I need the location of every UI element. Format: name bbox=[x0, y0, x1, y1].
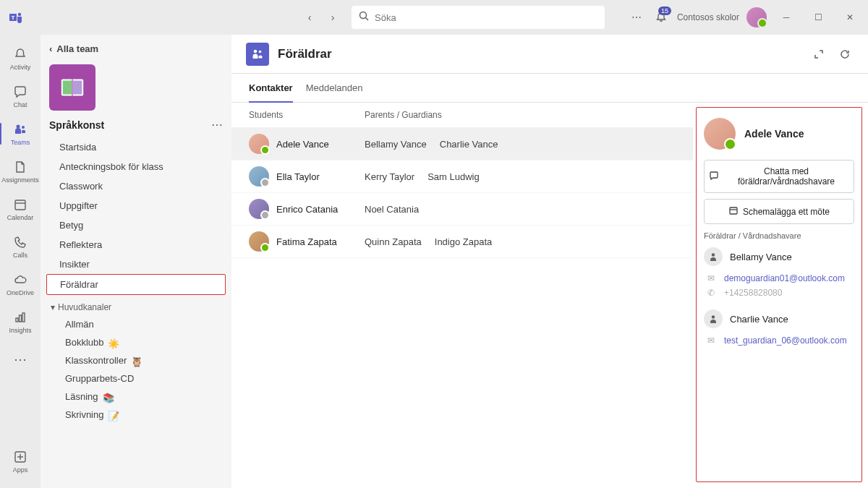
nav-insights[interactable]: Insikter bbox=[46, 254, 226, 274]
svg-rect-11 bbox=[22, 313, 25, 322]
guardian-name: Charlie Vance bbox=[730, 314, 788, 325]
channel-groupwork[interactable]: Grupparbets-CD bbox=[46, 369, 226, 388]
rail-label: Calendar bbox=[7, 214, 34, 221]
table-row[interactable]: Fatima Zapata Quinn ZapataIndigo Zapata bbox=[231, 226, 693, 258]
channels-header[interactable]: ▾ Huvudkanaler bbox=[46, 295, 226, 315]
org-name[interactable]: Contosos skolor bbox=[677, 12, 739, 22]
nav-grades[interactable]: Betyg bbox=[46, 215, 226, 235]
nav-parents[interactable]: Föräldrar bbox=[46, 274, 226, 295]
col-guardians: Parents / Guardians bbox=[365, 110, 676, 120]
mail-icon: ✉ bbox=[705, 273, 717, 283]
more-icon[interactable]: ⋯ bbox=[628, 9, 645, 26]
tab-contacts[interactable]: Kontakter bbox=[249, 74, 293, 102]
search-input[interactable] bbox=[375, 12, 597, 23]
chevron-left-icon: ‹ bbox=[49, 43, 52, 54]
guardian-name: Bellamy Vance bbox=[365, 139, 427, 150]
rail-onedrive[interactable]: OneDrive bbox=[0, 266, 41, 302]
search-box[interactable] bbox=[352, 6, 605, 29]
chat-icon bbox=[12, 84, 28, 100]
student-avatar bbox=[249, 231, 269, 252]
table-row[interactable]: Adele Vance Bellamy VanceCharlie Vance bbox=[231, 128, 693, 160]
student-avatar bbox=[249, 166, 269, 187]
svg-point-20 bbox=[259, 50, 262, 53]
tabs: Kontakter Meddelanden bbox=[231, 74, 868, 103]
svg-rect-10 bbox=[20, 315, 22, 322]
svg-point-6 bbox=[22, 126, 25, 129]
person-icon bbox=[704, 309, 723, 328]
notifications-icon[interactable]: 15 bbox=[652, 9, 670, 26]
phone-icon: ✆ bbox=[705, 288, 717, 298]
apps-icon bbox=[12, 449, 28, 465]
svg-point-19 bbox=[254, 49, 258, 53]
memo-icon: 📝 bbox=[108, 411, 116, 419]
svg-rect-21 bbox=[730, 207, 737, 214]
button-label: Schemalägga ett möte bbox=[743, 207, 830, 217]
expand-icon[interactable] bbox=[810, 46, 827, 63]
chevron-down-icon: ▾ bbox=[51, 302, 55, 312]
rail-activity[interactable]: Activity bbox=[0, 40, 41, 77]
guardian-name: Kerry Taylor bbox=[365, 171, 414, 182]
guardian-name: Sam Ludwig bbox=[427, 171, 480, 182]
titlebar: T ‹ › ⋯ 15 Contosos skolor ─ ☐ ✕ bbox=[0, 0, 868, 35]
phone-icon bbox=[12, 234, 28, 250]
forward-button[interactable]: › bbox=[323, 7, 343, 27]
nav-reflect[interactable]: Reflektera bbox=[46, 235, 226, 254]
contacts-table: Students Parents / Guardians Adele Vance… bbox=[231, 103, 693, 488]
rail-calls[interactable]: Calls bbox=[0, 228, 41, 265]
svg-point-5 bbox=[17, 125, 20, 129]
app-rail: Activity Chat Teams Assignments Calendar… bbox=[0, 35, 41, 488]
team-more-icon[interactable]: ⋯ bbox=[211, 118, 223, 132]
guardian-email[interactable]: ✉test_guardian_06@outlook.com bbox=[705, 335, 854, 346]
guardian-name: Indigo Zapata bbox=[435, 236, 493, 247]
books-icon: 📚 bbox=[103, 393, 111, 401]
rail-label: Chat bbox=[13, 101, 27, 108]
guardian-phone[interactable]: ✆+14258828080 bbox=[705, 288, 854, 298]
rail-calendar[interactable]: Calendar bbox=[0, 191, 41, 227]
channel-reading[interactable]: Läsning📚 bbox=[46, 388, 226, 406]
guardian-block: Charlie Vance ✉test_guardian_06@outlook.… bbox=[704, 309, 854, 346]
table-row[interactable]: Enrico Catania Noel Catania bbox=[231, 193, 693, 226]
schedule-meeting-button[interactable]: Schemalägga ett möte bbox=[704, 199, 854, 224]
teams-logo-icon: T bbox=[6, 7, 26, 27]
all-teams-label: Alla team bbox=[56, 43, 98, 54]
channel-bookclub[interactable]: Bokklubb☀️ bbox=[46, 333, 226, 351]
channel-general[interactable]: Allmän bbox=[46, 315, 226, 333]
refresh-icon[interactable] bbox=[836, 46, 854, 63]
svg-point-23 bbox=[712, 253, 715, 256]
nav-assignments[interactable]: Uppgifter bbox=[46, 196, 226, 215]
table-row[interactable]: Ella Taylor Kerry TaylorSam Ludwig bbox=[231, 160, 693, 193]
guardian-name: Bellamy Vance bbox=[730, 252, 792, 262]
nav-classwork[interactable]: Classwork bbox=[46, 176, 226, 196]
svg-text:T: T bbox=[12, 14, 15, 21]
back-button[interactable]: ‹ bbox=[299, 7, 320, 27]
minimize-button[interactable]: ─ bbox=[774, 7, 799, 27]
close-button[interactable]: ✕ bbox=[838, 7, 862, 27]
guardian-name: Quinn Zapata bbox=[365, 236, 422, 247]
guardians-section-label: Föräldrar / Vårdnadshavare bbox=[704, 231, 854, 240]
rail-assignments[interactable]: Assignments bbox=[0, 153, 41, 189]
sun-icon: ☀️ bbox=[108, 338, 116, 347]
tab-messages[interactable]: Meddelanden bbox=[306, 74, 363, 102]
guardian-name: Charlie Vance bbox=[440, 139, 498, 150]
maximize-button[interactable]: ☐ bbox=[806, 7, 830, 27]
bell-icon bbox=[12, 46, 28, 62]
channel-classcheck[interactable]: Klasskontroller🦉 bbox=[46, 351, 226, 369]
student-name: Adele Vance bbox=[276, 139, 329, 150]
rail-insights[interactable]: Insights bbox=[0, 304, 41, 340]
rail-chat[interactable]: Chat bbox=[0, 78, 41, 114]
channels-label: Huvudkanaler bbox=[58, 302, 111, 312]
rail-apps[interactable]: Apps bbox=[0, 443, 41, 479]
user-avatar[interactable] bbox=[746, 7, 767, 27]
nav-notebook[interactable]: Anteckningsbok för klass bbox=[46, 157, 226, 176]
rail-label: Calls bbox=[13, 252, 27, 259]
channel-writing[interactable]: Skrivning📝 bbox=[46, 406, 226, 424]
nav-home[interactable]: Startsida bbox=[46, 137, 226, 157]
guardian-email[interactable]: ✉demoguardian01@outlook.com bbox=[705, 273, 854, 283]
rail-teams[interactable]: Teams bbox=[0, 116, 41, 152]
chat-parents-button[interactable]: Chatta med föräldrar/vårdnadshavare bbox=[704, 160, 854, 193]
team-panel: ‹ Alla team Språkkonst ⋯ Startsida Antec… bbox=[41, 35, 231, 488]
team-tile[interactable] bbox=[49, 64, 95, 111]
all-teams-link[interactable]: ‹ Alla team bbox=[46, 43, 226, 54]
student-avatar bbox=[249, 134, 269, 154]
rail-more[interactable]: ⋯ bbox=[0, 341, 41, 377]
